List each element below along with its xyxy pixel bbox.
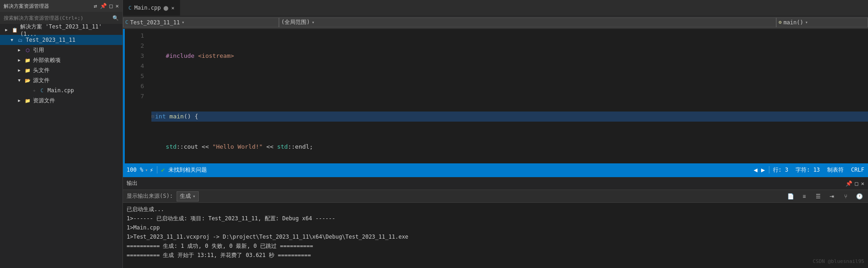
- zoom-value: 100 %: [127, 167, 143, 173]
- output-close-icon[interactable]: ✕: [861, 180, 864, 187]
- search-label: 搜索解决方案资源管理器(Ctrl+;): [4, 15, 83, 22]
- external-deps-expand-arrow[interactable]: ▶: [17, 57, 22, 63]
- status-divider-1: [157, 166, 157, 173]
- project-label: Test_2023_11_11: [26, 37, 75, 43]
- output-btn-lines[interactable]: ≡: [799, 191, 809, 201]
- output-source-value: 生成: [180, 192, 191, 200]
- nav-right-icon[interactable]: ▶: [761, 166, 765, 173]
- func-dropdown-icon: ⚙: [779, 19, 782, 25]
- output-line-2: 1>Main.cpp: [127, 223, 864, 232]
- output-line-5: ========== 生成 开始于 13:11, 并花费了 03.621 秒 =…: [127, 251, 864, 260]
- resource-files-expand-arrow[interactable]: ▶: [17, 98, 22, 103]
- output-line-1: 1>------ 已启动生成: 项目: Test_2023_11_11, 配置:…: [127, 214, 864, 223]
- source-files-expand-arrow[interactable]: ▼: [17, 78, 22, 83]
- sidebar-search-bar[interactable]: 搜索解决方案资源管理器(Ctrl+;) 🔍: [0, 12, 122, 24]
- main-cpp-label: Main.cpp: [47, 87, 74, 94]
- scope-dropdown-arrow: ▾: [312, 20, 314, 25]
- func-dropdown-label: main(): [784, 19, 803, 26]
- tab-cpp-icon: C: [128, 5, 132, 11]
- tab-main-cpp[interactable]: C Main.cpp ⬤ ✕: [123, 0, 180, 16]
- output-btn-branch[interactable]: ⑂: [840, 191, 851, 201]
- file-dropdown[interactable]: C Test_2023_11_11 ▾: [123, 17, 279, 28]
- output-source-arrow: ▾: [193, 194, 195, 199]
- header-files-expand-arrow[interactable]: ▶: [17, 67, 22, 73]
- source-files-label: 源文件: [33, 77, 50, 84]
- editor-area: C Main.cpp ⬤ ✕ C Test_2023_11_11 ▾ (全局范围…: [123, 0, 868, 268]
- sidebar-item-resource-files[interactable]: ▶ 📁 资源文件: [0, 95, 122, 106]
- func-dropdown[interactable]: ⚙ main() ▾: [776, 17, 868, 28]
- output-header: 输出 📌 □ ✕: [123, 177, 868, 190]
- status-tab: 制表符: [827, 166, 844, 174]
- sidebar-header-icons: ⇄ 📌 □ ✕: [94, 3, 119, 9]
- output-line-3: 1>Test_2023_11_11.vcxproj -> D:\project\…: [127, 232, 864, 241]
- sidebar-item-header-files[interactable]: ▶ 📁 头文件: [0, 65, 122, 75]
- solution-node[interactable]: ▶ 📋 解决方案 'Test_2023_11_11' (1...: [0, 25, 122, 35]
- status-col: 字符: 13: [796, 166, 820, 174]
- sidebar-item-references[interactable]: ▶ ⬡ 引用: [0, 45, 122, 55]
- output-btn-lines2[interactable]: ☰: [813, 191, 823, 201]
- output-btn-clock[interactable]: 🕐: [854, 191, 864, 201]
- collapse-btn[interactable]: ⊟: [151, 112, 154, 122]
- sidebar-item-external-deps[interactable]: ▶ 📁 外部依赖项: [0, 55, 122, 65]
- sidebar-tree: ▶ 📋 解决方案 'Test_2023_11_11' (1... ▼ 🗂 Tes…: [0, 24, 122, 268]
- sidebar: 解决方案资源管理器 ⇄ 📌 □ ✕ 搜索解决方案资源管理器(Ctrl+;) 🔍 …: [0, 0, 123, 268]
- status-zoom[interactable]: 100 % ▾ ⚡: [127, 167, 153, 173]
- main-cpp-icon: C: [38, 87, 45, 94]
- editor-toolbar: C Test_2023_11_11 ▾ (全局范围) ▾ ⚙ main() ▾: [123, 16, 868, 29]
- solution-icon: 📋: [11, 26, 18, 34]
- status-no-issues: 未找到相关问题: [168, 166, 207, 174]
- resource-files-label: 资源文件: [33, 97, 55, 105]
- output-pin-icon[interactable]: 📌: [846, 180, 852, 187]
- tab-dot-icon: ⬤: [163, 6, 168, 11]
- output-source-label: 显示输出来源(S):: [127, 192, 173, 200]
- output-source-select[interactable]: 生成 ▾: [177, 191, 199, 201]
- main-area: 解决方案资源管理器 ⇄ 📌 □ ✕ 搜索解决方案资源管理器(Ctrl+;) 🔍 …: [0, 0, 868, 268]
- file-dropdown-label: Test_2023_11_11: [130, 19, 180, 26]
- output-toolbar: 显示输出来源(S): 生成 ▾ 📄 ≡ ☰ ⇥ ⑂ 🕐: [123, 190, 868, 203]
- output-btn-indent[interactable]: ⇥: [827, 191, 837, 201]
- status-divider-2: [769, 166, 769, 173]
- solution-label: 解决方案 'Test_2023_11_11' (1...: [20, 24, 121, 37]
- watermark: CSDN @bluesnail95: [812, 257, 864, 266]
- external-deps-label: 外部依赖项: [33, 56, 61, 64]
- pin-icon[interactable]: 📌: [100, 3, 107, 9]
- references-expand-arrow[interactable]: ▶: [17, 47, 22, 53]
- sidebar-title: 解决方案资源管理器: [4, 3, 49, 10]
- code-editor[interactable]: 1 2 3 4 5 6 7 #include <iostream> ⊟int m…: [123, 29, 868, 163]
- status-encoding: CRLF: [851, 167, 864, 173]
- output-maximize-icon[interactable]: □: [855, 180, 858, 187]
- output-panel: 输出 📌 □ ✕ 显示输出来源(S): 生成 ▾ 📄 ≡ ☰ ⇥ ⑂: [123, 176, 868, 268]
- zoom-dropdown-arrow[interactable]: ▾: [145, 168, 148, 173]
- code-line-4: std::cout << "Hello World!" << std::endl…: [151, 142, 868, 152]
- code-line-1: #include <iostream>: [151, 51, 868, 61]
- tab-label: Main.cpp: [134, 5, 161, 11]
- maximize-icon[interactable]: □: [110, 3, 113, 9]
- status-check-icon: ✔: [161, 166, 165, 173]
- output-line-4: ========== 生成: 1 成功, 0 失败, 0 最新, 0 已跳过 =…: [127, 241, 864, 251]
- func-dropdown-arrow: ▾: [805, 20, 808, 25]
- header-files-label: 头文件: [33, 67, 50, 74]
- search-icon[interactable]: 🔍: [112, 15, 119, 21]
- line-numbers: 1 2 3 4 5 6 7: [125, 29, 148, 163]
- header-files-icon: 📁: [24, 67, 31, 74]
- external-deps-icon: 📁: [24, 56, 31, 64]
- code-content[interactable]: #include <iostream> ⊟int main() { std::c…: [148, 29, 868, 163]
- close-icon[interactable]: ✕: [116, 3, 119, 9]
- output-title: 输出: [127, 179, 138, 187]
- sidebar-item-main-cpp[interactable]: ✚ C Main.cpp: [0, 85, 122, 95]
- nav-left-icon[interactable]: ◀: [754, 166, 757, 173]
- solution-expand-arrow[interactable]: ▶: [4, 27, 9, 33]
- project-expand-arrow[interactable]: ▼: [9, 37, 15, 43]
- sync-icon[interactable]: ⇄: [94, 3, 97, 9]
- references-icon: ⬡: [24, 46, 31, 54]
- code-line-3: ⊟int main() {: [151, 112, 868, 122]
- scope-dropdown[interactable]: (全局范围) ▾: [279, 17, 776, 28]
- resource-files-icon: 📁: [24, 97, 31, 104]
- tab-close-icon[interactable]: ✕: [171, 5, 174, 11]
- sidebar-item-source-files[interactable]: ▼ 📂 源文件: [0, 75, 122, 85]
- output-content: 已启动生成... 1>------ 已启动生成: 项目: Test_2023_1…: [123, 203, 868, 268]
- output-btn-page[interactable]: 📄: [785, 191, 796, 201]
- zoom-icon[interactable]: ⚡: [150, 167, 153, 173]
- scope-dropdown-label: (全局范围): [281, 18, 310, 26]
- file-dropdown-arrow: ▾: [182, 20, 184, 25]
